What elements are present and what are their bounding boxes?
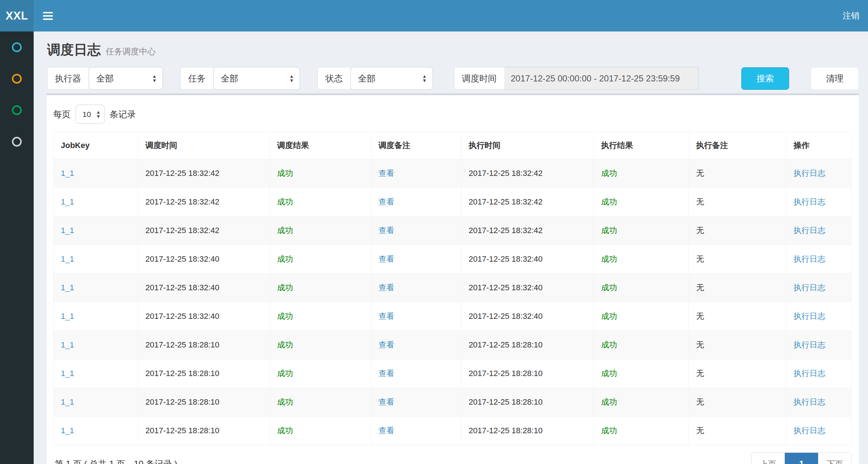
handle-result-text-cell: 成功 [594, 417, 688, 445]
trigger-msg-link[interactable]: 查看 [379, 340, 395, 349]
status-select[interactable]: 全部 ▲▼ [350, 67, 433, 90]
jobkey-link[interactable]: 1_1 [61, 197, 74, 206]
jobkey-link-cell: 1_1 [54, 417, 138, 445]
sidebar-item-executor-manage[interactable] [0, 126, 34, 157]
jobkey-link[interactable]: 1_1 [61, 226, 74, 235]
trigger-time-cell: 2017-12-25 18:32:42 [138, 159, 270, 188]
execute-log-link[interactable]: 执行日志 [793, 397, 825, 406]
column-header: JobKey [54, 132, 138, 159]
jobkey-link[interactable]: 1_1 [61, 397, 74, 406]
app-logo[interactable]: XXL [0, 0, 34, 31]
jobkey-link[interactable]: 1_1 [61, 340, 74, 349]
execute-log-link-cell: 执行日志 [786, 274, 852, 302]
job-filter-group: 任务 全部 ▲▼ [180, 67, 300, 90]
trigger-result-text-cell: 成功 [270, 359, 371, 388]
trigger-msg-link[interactable]: 查看 [379, 369, 395, 378]
jobkey-link-cell: 1_1 [54, 159, 138, 188]
trigger-msg-link[interactable]: 查看 [379, 197, 395, 206]
status-filter-group: 状态 全部 ▲▼ [317, 67, 433, 90]
jobkey-link[interactable]: 1_1 [61, 169, 74, 178]
execute-log-link[interactable]: 执行日志 [793, 312, 825, 321]
clear-button[interactable]: 清理 [811, 67, 859, 90]
execute-log-link-cell: 执行日志 [786, 188, 852, 216]
trigger-msg-link[interactable]: 查看 [379, 426, 395, 435]
execute-log-link[interactable]: 执行日志 [793, 254, 825, 263]
sidebar-item-job-manage[interactable] [0, 63, 34, 94]
execute-log-link[interactable]: 执行日志 [793, 283, 825, 292]
job-select[interactable]: 全部 ▲▼ [213, 67, 300, 90]
select-arrows-icon: ▲▼ [422, 74, 427, 82]
table-row: 1_12017-12-25 18:32:42成功查看2017-12-25 18:… [54, 159, 852, 188]
handle-time-cell: 2017-12-25 18:28:10 [461, 331, 594, 359]
handle-result-text-cell: 成功 [594, 388, 688, 417]
handle-msg-cell: 无 [689, 331, 786, 359]
executor-select-value: 全部 [96, 73, 114, 84]
search-button[interactable]: 搜索 [741, 67, 789, 90]
execute-log-link[interactable]: 执行日志 [793, 226, 825, 235]
select-arrows-icon: ▲▼ [289, 74, 294, 82]
jobkey-link-cell: 1_1 [54, 274, 138, 302]
table-row: 1_12017-12-25 18:28:10成功查看2017-12-25 18:… [54, 331, 852, 359]
handle-result-text: 成功 [601, 197, 617, 206]
trigger-msg-link-cell: 查看 [371, 331, 461, 359]
sidebar-item-dashboard[interactable] [0, 31, 34, 63]
jobkey-link-cell: 1_1 [54, 216, 138, 245]
table-row: 1_12017-12-25 18:32:40成功查看2017-12-25 18:… [54, 245, 852, 274]
trigger-result-text-cell: 成功 [270, 302, 371, 331]
trigger-result-text: 成功 [277, 312, 293, 321]
handle-result-text: 成功 [601, 397, 617, 406]
handle-time-cell: 2017-12-25 18:28:10 [461, 417, 594, 445]
jobkey-link[interactable]: 1_1 [61, 426, 74, 435]
content-area: 调度日志 任务调度中心 执行器 全部 ▲▼ 任务 全部 ▲▼ 状态 [34, 31, 868, 464]
handle-msg-cell: 无 [689, 359, 786, 388]
handle-time-cell: 2017-12-25 18:32:42 [461, 159, 594, 188]
trigger-time-range-input[interactable]: 2017-12-25 00:00:00 - 2017-12-25 23:59:5… [504, 67, 699, 90]
next-page-button[interactable]: 下页 [818, 453, 851, 464]
execute-log-link[interactable]: 执行日志 [793, 426, 825, 435]
jobkey-link[interactable]: 1_1 [61, 254, 74, 263]
trigger-msg-link[interactable]: 查看 [379, 283, 395, 292]
handle-msg-cell: 无 [689, 388, 786, 417]
trigger-time-cell: 2017-12-25 18:32:42 [138, 216, 270, 245]
prev-page-button[interactable]: 上页 [751, 453, 785, 464]
page-subtitle: 任务调度中心 [106, 46, 156, 57]
trigger-result-text-cell: 成功 [270, 216, 371, 245]
handle-result-text-cell: 成功 [594, 302, 688, 331]
execute-log-link[interactable]: 执行日志 [793, 340, 825, 349]
trigger-msg-link[interactable]: 查看 [379, 169, 395, 178]
execute-log-link[interactable]: 执行日志 [793, 197, 825, 206]
handle-result-text: 成功 [601, 283, 617, 292]
pagination-info: 第 1 页 ( 总共 1 页，10 条记录 ) [53, 458, 177, 464]
executor-select[interactable]: 全部 ▲▼ [89, 67, 163, 90]
hamburger-icon [43, 12, 53, 13]
sidebar-toggle-button[interactable] [34, 0, 62, 31]
trigger-result-text-cell: 成功 [270, 159, 371, 188]
page-length-prefix: 每页 [53, 109, 71, 120]
handle-msg-cell: 无 [689, 302, 786, 331]
page-length-select[interactable]: 10 ▲▼ [76, 105, 105, 124]
handle-msg-cell: 无 [689, 159, 786, 188]
current-page-button[interactable]: 1 [785, 453, 818, 464]
trigger-result-text: 成功 [277, 254, 293, 263]
execute-log-link[interactable]: 执行日志 [793, 369, 825, 378]
sidebar-item-job-log[interactable] [0, 94, 34, 126]
trigger-msg-link[interactable]: 查看 [379, 226, 395, 235]
trigger-msg-link[interactable]: 查看 [379, 254, 395, 263]
status-filter-label: 状态 [317, 67, 350, 90]
handle-result-text-cell: 成功 [594, 216, 688, 245]
handle-time-cell: 2017-12-25 18:32:42 [461, 188, 594, 216]
handle-result-text: 成功 [601, 369, 617, 378]
jobkey-link[interactable]: 1_1 [61, 369, 74, 378]
trigger-msg-link[interactable]: 查看 [379, 397, 395, 406]
trigger-msg-link-cell: 查看 [371, 274, 461, 302]
logout-button[interactable]: 注销 [834, 0, 868, 31]
jobkey-link[interactable]: 1_1 [61, 283, 74, 292]
execute-log-link[interactable]: 执行日志 [793, 169, 825, 178]
execute-log-link-cell: 执行日志 [786, 359, 852, 388]
jobkey-link[interactable]: 1_1 [61, 312, 74, 321]
jobkey-link-cell: 1_1 [54, 359, 138, 388]
trigger-result-text-cell: 成功 [270, 274, 371, 302]
page-length-row: 每页 10 ▲▼ 条记录 [53, 105, 852, 124]
trigger-msg-link[interactable]: 查看 [379, 312, 395, 321]
table-row: 1_12017-12-25 18:28:10成功查看2017-12-25 18:… [54, 388, 852, 417]
